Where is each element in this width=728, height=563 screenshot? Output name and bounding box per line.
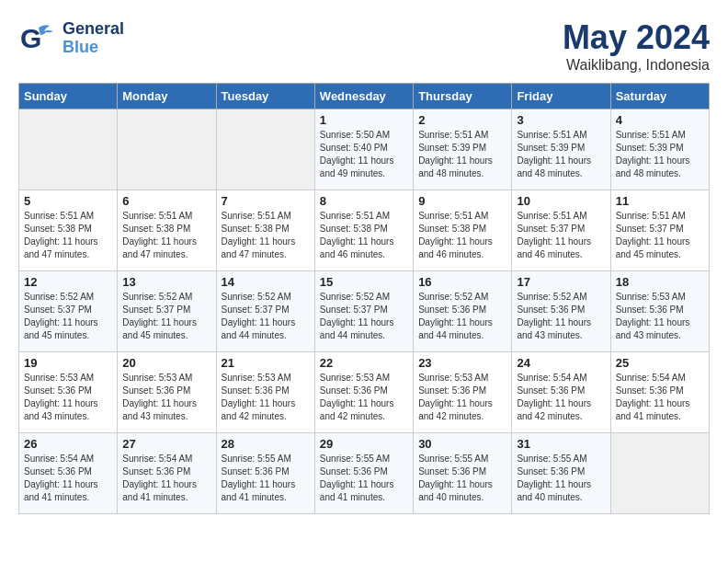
weekday-header: Friday [512,84,610,109]
day-number: 27 [122,437,210,451]
title-block: May 2024 Waiklibang, Indonesia [563,18,710,74]
day-number: 2 [418,113,506,127]
day-number: 28 [222,437,310,451]
day-info: Sunrise: 5:54 AM Sunset: 5:36 PM Dayligh… [122,453,210,504]
day-info: Sunrise: 5:52 AM Sunset: 5:37 PM Dayligh… [320,291,408,342]
day-info: Sunrise: 5:52 AM Sunset: 5:36 PM Dayligh… [517,291,605,342]
day-info: Sunrise: 5:52 AM Sunset: 5:37 PM Dayligh… [24,291,112,342]
calendar-cell: 22Sunrise: 5:53 AM Sunset: 5:36 PM Dayli… [314,352,413,433]
day-number: 29 [320,437,408,451]
day-number: 8 [320,194,408,208]
day-number: 10 [517,194,605,208]
weekday-header: Thursday [414,84,512,109]
day-number: 19 [24,356,112,370]
page-header: G General Blue May 2024 Waiklibang, Indo… [18,18,710,74]
day-info: Sunrise: 5:51 AM Sunset: 5:38 PM Dayligh… [320,210,408,261]
day-info: Sunrise: 5:52 AM Sunset: 5:37 PM Dayligh… [222,291,310,342]
calendar-cell: 30Sunrise: 5:55 AM Sunset: 5:36 PM Dayli… [414,433,512,514]
day-number: 12 [24,275,112,289]
calendar-cell: 24Sunrise: 5:54 AM Sunset: 5:36 PM Dayli… [512,352,610,433]
calendar-cell: 20Sunrise: 5:53 AM Sunset: 5:36 PM Dayli… [118,352,216,433]
calendar-cell: 16Sunrise: 5:52 AM Sunset: 5:36 PM Dayli… [414,271,512,352]
day-number: 5 [24,194,112,208]
calendar-cell: 10Sunrise: 5:51 AM Sunset: 5:37 PM Dayli… [512,190,610,271]
day-number: 26 [24,437,112,451]
calendar-cell: 28Sunrise: 5:55 AM Sunset: 5:36 PM Dayli… [216,433,314,514]
logo-blue: Blue [63,39,124,57]
day-number: 23 [418,356,506,370]
day-info: Sunrise: 5:52 AM Sunset: 5:37 PM Dayligh… [122,291,210,342]
day-info: Sunrise: 5:51 AM Sunset: 5:37 PM Dayligh… [616,210,704,261]
day-info: Sunrise: 5:53 AM Sunset: 5:36 PM Dayligh… [222,372,310,423]
logo-general: General [63,20,124,39]
calendar-cell [19,109,118,190]
calendar-cell: 23Sunrise: 5:53 AM Sunset: 5:36 PM Dayli… [414,352,512,433]
logo: G General Blue [18,18,124,59]
weekday-header: Sunday [19,84,118,109]
day-info: Sunrise: 5:53 AM Sunset: 5:36 PM Dayligh… [122,372,210,423]
day-number: 13 [122,275,210,289]
calendar-cell: 31Sunrise: 5:55 AM Sunset: 5:36 PM Dayli… [512,433,610,514]
location-title: Waiklibang, Indonesia [563,57,710,74]
day-info: Sunrise: 5:51 AM Sunset: 5:39 PM Dayligh… [517,129,605,180]
day-number: 9 [418,194,506,208]
calendar-cell: 27Sunrise: 5:54 AM Sunset: 5:36 PM Dayli… [118,433,216,514]
calendar-cell: 15Sunrise: 5:52 AM Sunset: 5:37 PM Dayli… [314,271,413,352]
month-title: May 2024 [563,18,710,57]
calendar-cell [216,109,314,190]
calendar-cell: 25Sunrise: 5:54 AM Sunset: 5:36 PM Dayli… [610,352,709,433]
calendar-cell: 6Sunrise: 5:51 AM Sunset: 5:38 PM Daylig… [118,190,216,271]
day-info: Sunrise: 5:53 AM Sunset: 5:36 PM Dayligh… [24,372,112,423]
day-number: 6 [122,194,210,208]
day-info: Sunrise: 5:51 AM Sunset: 5:38 PM Dayligh… [24,210,112,261]
logo-icon: G [18,18,59,59]
calendar-cell: 12Sunrise: 5:52 AM Sunset: 5:37 PM Dayli… [19,271,118,352]
calendar-cell: 8Sunrise: 5:51 AM Sunset: 5:38 PM Daylig… [314,190,413,271]
weekday-header: Saturday [610,84,709,109]
day-number: 7 [222,194,310,208]
day-number: 31 [517,437,605,451]
calendar-cell: 9Sunrise: 5:51 AM Sunset: 5:38 PM Daylig… [414,190,512,271]
day-number: 16 [418,275,506,289]
day-number: 25 [616,356,704,370]
day-info: Sunrise: 5:53 AM Sunset: 5:36 PM Dayligh… [616,291,704,342]
day-number: 11 [616,194,704,208]
day-info: Sunrise: 5:55 AM Sunset: 5:36 PM Dayligh… [418,453,506,504]
day-info: Sunrise: 5:53 AM Sunset: 5:36 PM Dayligh… [320,372,408,423]
calendar-cell [118,109,216,190]
day-info: Sunrise: 5:54 AM Sunset: 5:36 PM Dayligh… [24,453,112,504]
day-info: Sunrise: 5:55 AM Sunset: 5:36 PM Dayligh… [222,453,310,504]
day-number: 30 [418,437,506,451]
calendar-cell: 14Sunrise: 5:52 AM Sunset: 5:37 PM Dayli… [216,271,314,352]
calendar-cell [610,433,709,514]
calendar-cell: 3Sunrise: 5:51 AM Sunset: 5:39 PM Daylig… [512,109,610,190]
calendar-cell: 7Sunrise: 5:51 AM Sunset: 5:38 PM Daylig… [216,190,314,271]
calendar-cell: 1Sunrise: 5:50 AM Sunset: 5:40 PM Daylig… [314,109,413,190]
day-info: Sunrise: 5:51 AM Sunset: 5:39 PM Dayligh… [418,129,506,180]
calendar-cell: 4Sunrise: 5:51 AM Sunset: 5:39 PM Daylig… [610,109,709,190]
calendar-cell: 17Sunrise: 5:52 AM Sunset: 5:36 PM Dayli… [512,271,610,352]
calendar-table: SundayMondayTuesdayWednesdayThursdayFrid… [18,83,710,514]
calendar-cell: 13Sunrise: 5:52 AM Sunset: 5:37 PM Dayli… [118,271,216,352]
calendar-cell: 5Sunrise: 5:51 AM Sunset: 5:38 PM Daylig… [19,190,118,271]
weekday-header: Monday [118,84,216,109]
calendar-cell: 11Sunrise: 5:51 AM Sunset: 5:37 PM Dayli… [610,190,709,271]
svg-text:G: G [20,23,41,53]
day-info: Sunrise: 5:50 AM Sunset: 5:40 PM Dayligh… [320,129,408,180]
day-info: Sunrise: 5:55 AM Sunset: 5:36 PM Dayligh… [320,453,408,504]
day-info: Sunrise: 5:51 AM Sunset: 5:38 PM Dayligh… [122,210,210,261]
day-info: Sunrise: 5:51 AM Sunset: 5:38 PM Dayligh… [418,210,506,261]
day-info: Sunrise: 5:54 AM Sunset: 5:36 PM Dayligh… [616,372,704,423]
weekday-header: Wednesday [314,84,413,109]
day-number: 18 [616,275,704,289]
weekday-header: Tuesday [216,84,314,109]
day-info: Sunrise: 5:54 AM Sunset: 5:36 PM Dayligh… [517,372,605,423]
day-number: 14 [222,275,310,289]
day-info: Sunrise: 5:52 AM Sunset: 5:36 PM Dayligh… [418,291,506,342]
day-number: 20 [122,356,210,370]
day-number: 3 [517,113,605,127]
day-info: Sunrise: 5:51 AM Sunset: 5:39 PM Dayligh… [616,129,704,180]
day-number: 1 [320,113,408,127]
day-number: 22 [320,356,408,370]
day-info: Sunrise: 5:53 AM Sunset: 5:36 PM Dayligh… [418,372,506,423]
